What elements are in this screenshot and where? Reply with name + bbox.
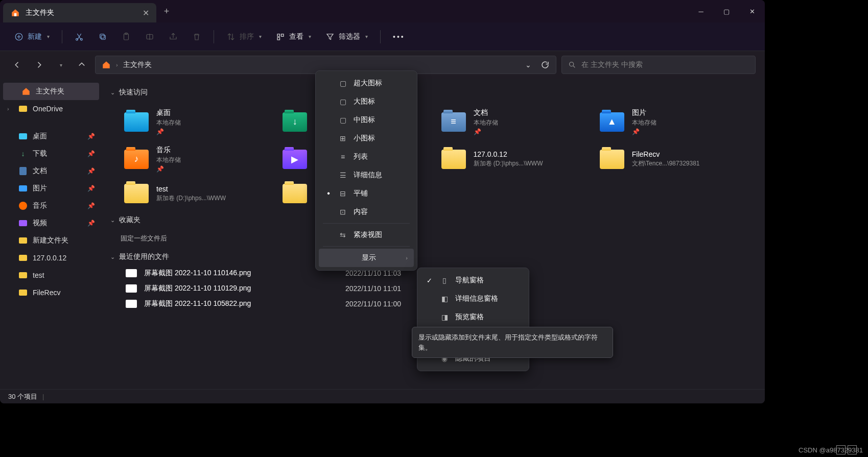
tab-home[interactable]: 主文件夹 ✕ xyxy=(3,3,156,22)
sidebar-item[interactable]: FileRecv xyxy=(0,284,102,301)
svg-rect-11 xyxy=(277,37,280,40)
menu-item-previewpane[interactable]: ◨预览窗格 xyxy=(420,308,526,326)
folder-icon xyxy=(18,184,28,193)
favorites-empty-hint: 固定一些文件后 xyxy=(110,229,757,248)
sidebar-item[interactable]: test xyxy=(0,267,102,284)
preview-pane-icon: ◨ xyxy=(440,312,449,322)
cut-button[interactable] xyxy=(69,29,89,44)
folder-item[interactable]: ▲ 图片本地存储📌 xyxy=(596,105,746,138)
view-mode-icon: ≡ xyxy=(338,152,347,161)
pin-icon: 📌 xyxy=(156,128,181,135)
more-button[interactable]: ••• xyxy=(388,30,410,44)
menu-item-compact[interactable]: ⇆紧凑视图 xyxy=(319,226,414,244)
forward-button[interactable] xyxy=(31,57,47,73)
tooltip: 显示或隐藏添加到文件末尾、用于指定文件类型或格式的字符集。 xyxy=(412,327,613,358)
paste-button[interactable] xyxy=(116,29,136,44)
view-menu: ▢超大图标▢大图标▢中图标⊞小图标≡列表☰详细信息•⊟平铺⊡内容 ⇆紧凑视图 显… xyxy=(315,70,417,271)
folder-icon: ≡ xyxy=(441,111,466,133)
chevron-down-icon: ▾ xyxy=(60,62,62,68)
view-mode-icon: ⊟ xyxy=(338,189,347,198)
sort-icon xyxy=(226,32,236,41)
share-button[interactable] xyxy=(163,29,183,44)
folder-icon xyxy=(18,219,28,228)
menu-item-view-0[interactable]: ▢超大图标 xyxy=(319,74,414,92)
sidebar-item[interactable]: 新建文件夹 xyxy=(0,232,102,249)
copy-button[interactable] xyxy=(93,29,112,44)
view-toggle-icons xyxy=(836,445,857,454)
sidebar-item[interactable]: 图片📌 xyxy=(0,180,102,197)
arrow-left-icon xyxy=(13,60,22,69)
arrow-up-icon xyxy=(77,60,86,69)
folder-item[interactable]: 桌面本地存储📌 xyxy=(121,105,271,138)
home-icon xyxy=(10,8,20,17)
tab-close-icon[interactable]: ✕ xyxy=(143,8,149,18)
minimize-button[interactable]: ─ xyxy=(688,0,714,22)
section-favorites[interactable]: ⌄收藏夹 xyxy=(110,211,757,229)
sidebar-item[interactable]: 桌面📌 xyxy=(0,128,102,145)
folder-icon xyxy=(18,104,28,113)
menu-item-view-4[interactable]: ≡列表 xyxy=(319,148,414,166)
sidebar-icon: ▯ xyxy=(440,276,449,285)
folder-item[interactable]: ≡ 文档本地存储📌 xyxy=(438,105,588,138)
address-dropdown[interactable]: ⌄ xyxy=(525,61,531,69)
sidebar-item[interactable]: 音乐📌 xyxy=(0,197,102,214)
expand-icon[interactable]: › xyxy=(7,106,13,112)
sidebar-item-onedrive[interactable]: › OneDrive xyxy=(0,100,102,117)
menu-item-view-3[interactable]: ⊞小图标 xyxy=(319,129,414,148)
breadcrumb[interactable]: 主文件夹 xyxy=(123,60,152,69)
menu-item-view-2[interactable]: ▢中图标 xyxy=(319,111,414,129)
menu-item-view-7[interactable]: ⊡内容 xyxy=(319,203,414,221)
view-button[interactable]: 查看▾ xyxy=(271,29,316,44)
folder-icon: ↓ xyxy=(282,111,308,133)
plus-circle-icon xyxy=(14,32,24,41)
back-button[interactable] xyxy=(9,57,26,73)
view-icon xyxy=(276,32,285,41)
menu-item-view-6[interactable]: •⊟平铺 xyxy=(319,184,414,203)
folder-item[interactable]: ♪ 音乐本地存储📌 xyxy=(121,142,271,176)
folder-icon xyxy=(18,132,28,141)
menu-item-detailspane[interactable]: ◧详细信息窗格 xyxy=(420,290,526,308)
sidebar-item[interactable]: ↓下载📌 xyxy=(0,145,102,162)
sidebar-item-home[interactable]: 主文件夹 xyxy=(3,83,99,100)
folder-item[interactable]: FileRecv文档\Tence...\987329381 xyxy=(596,142,746,176)
toolbar: 新建▾ 排序▾ 查看▾ 筛选器▾ ••• xyxy=(0,22,765,51)
filter-button[interactable]: 筛选器▾ xyxy=(320,29,373,44)
titlebar: 主文件夹 ✕ + ─ ▢ ✕ xyxy=(0,0,765,22)
item-count: 30 个项目 xyxy=(8,392,37,401)
view-mode-icon: ⊡ xyxy=(338,207,347,217)
menu-item-view-1[interactable]: ▢大图标 xyxy=(319,92,414,111)
status-bar: 30 个项目 | xyxy=(0,389,765,403)
section-recent[interactable]: ⌄最近使用的文件 xyxy=(110,248,757,266)
close-window-button[interactable]: ✕ xyxy=(739,0,765,22)
pin-icon: 📌 xyxy=(156,165,181,173)
maximize-button[interactable]: ▢ xyxy=(714,0,739,22)
menu-item-navpane[interactable]: ✓▯导航窗格 xyxy=(420,271,526,290)
search-input[interactable]: 在 主文件夹 中搜索 xyxy=(561,56,756,74)
svg-point-3 xyxy=(81,38,83,40)
new-tab-button[interactable]: + xyxy=(156,6,177,17)
menu-item-show[interactable]: 显示› xyxy=(319,249,414,267)
svg-rect-5 xyxy=(100,34,104,38)
svg-rect-4 xyxy=(101,35,105,39)
rename-button[interactable] xyxy=(140,29,159,44)
history-dropdown[interactable]: ▾ xyxy=(52,57,68,73)
menu-item-view-5[interactable]: ☰详细信息 xyxy=(319,166,414,184)
rename-icon xyxy=(145,32,154,41)
refresh-button[interactable] xyxy=(541,60,550,69)
new-button[interactable]: 新建▾ xyxy=(9,29,55,44)
folder-item[interactable]: 127.0.0.12新加卷 (D:)\phps...\WWW xyxy=(438,142,588,176)
sidebar-item[interactable]: 127.0.0.12 xyxy=(0,249,102,267)
up-button[interactable] xyxy=(74,57,90,73)
delete-button[interactable] xyxy=(187,29,206,44)
sidebar-item[interactable]: 文档📌 xyxy=(0,162,102,180)
folder-item[interactable]: test新加卷 (D:)\phps...\WWW xyxy=(121,180,271,207)
sidebar-item[interactable]: 视频📌 xyxy=(0,214,102,232)
pin-icon: 📌 xyxy=(474,128,498,135)
pin-icon: 📌 xyxy=(87,167,95,175)
view-mode-icon: ☰ xyxy=(338,171,347,180)
sort-button[interactable]: 排序▾ xyxy=(221,29,267,44)
folder-icon xyxy=(599,149,625,170)
folder-icon xyxy=(18,253,28,262)
section-quickaccess[interactable]: ⌄快速访问 xyxy=(110,84,757,101)
folder-icon: ▲ xyxy=(599,111,625,133)
